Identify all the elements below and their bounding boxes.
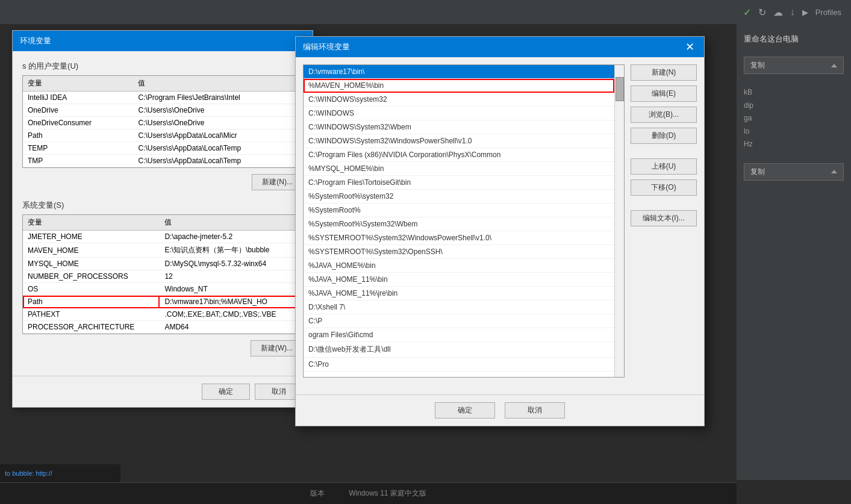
path-list-item[interactable]: C:\P: [304, 314, 614, 328]
edit-cancel-button[interactable]: 取消: [505, 402, 565, 418]
sys-val-cell: .COM;.EXE;.BAT;.CMD;.VBS;.VBE: [160, 308, 302, 321]
sys-val-cell: D:\vmware17\bin;%MAVEN_HO: [160, 296, 302, 308]
edit-dialog-footer: 确定 取消: [296, 394, 704, 426]
path-list-item[interactable]: %SYSTEMROOT%\System32\WindowsPowerShell\…: [304, 231, 614, 245]
path-list-item[interactable]: %SystemRoot%\system32: [304, 190, 614, 204]
edit-ok-button[interactable]: 确定: [435, 402, 495, 418]
user-table-row[interactable]: OneDriveConsumerC:\Users\s\OneDrive: [23, 117, 302, 129]
path-list-item[interactable]: D:\微信web开发者工具\dll: [304, 342, 614, 358]
path-list-item[interactable]: %JAVA_HOME%\bin: [304, 259, 614, 273]
sys-table-row[interactable]: PATHEXT.COM;.EXE;.BAT;.CMD;.VBS;.VBE: [23, 308, 302, 321]
user-table-row[interactable]: TEMPC:\Users\s\AppData\Local\Temp: [23, 142, 302, 155]
path-list-item[interactable]: C:\WINDOWS\System32\WindowsPowerShell\v1…: [304, 134, 614, 148]
edit-dialog-title: 编辑环境变量: [303, 42, 350, 52]
path-list-item[interactable]: C:\Pro: [304, 358, 614, 372]
user-val-cell: C:\Program Files\JetBrains\Intel: [133, 92, 302, 104]
path-list-item[interactable]: D:\Xshell 7\: [304, 300, 614, 314]
path-list-item[interactable]: %SystemRoot%: [304, 204, 614, 217]
copy-section-1: 复制: [744, 57, 844, 74]
profiles-label[interactable]: Profiles: [815, 8, 841, 17]
cloud-icon[interactable]: ☁: [773, 7, 783, 18]
env-dialog-title: 环境变量: [20, 36, 51, 46]
env-variables-dialog: 环境变量 ✕ s 的用户变量(U) 变量 值 IntelliJ IDEAC:\P…: [12, 30, 313, 408]
sys-val-cell: 12: [160, 270, 302, 283]
chevron-up-icon-1: [831, 64, 837, 67]
sys-variables-table-container: 变量 值 JMETER_HOMED:\apache-jmeter-5.2MAVE…: [22, 214, 303, 334]
sys-col-var: 变量: [23, 215, 160, 231]
rename-computer-section: 重命名这台电脑: [744, 34, 844, 45]
path-edit-text-button[interactable]: 编辑文本(I)...: [631, 210, 697, 226]
path-list-item[interactable]: %JAVA_HOME_11%\jre\bin: [304, 287, 614, 300]
sys-table-row[interactable]: JMETER_HOMED:\apache-jmeter-5.2: [23, 231, 302, 243]
copy-button-1[interactable]: 复制: [744, 57, 844, 74]
sys-table-row[interactable]: MYSQL_HOMED:\MySQL\mysql-5.7.32-winx64: [23, 258, 302, 270]
edit-dialog-title-bar: 编辑环境变量 ✕: [296, 37, 704, 57]
path-list-scrollbar[interactable]: [614, 65, 624, 377]
env-dialog-body: s 的用户变量(U) 变量 值 IntelliJ IDEAC:\Program …: [13, 51, 313, 376]
user-col-var: 变量: [23, 76, 133, 92]
edit-dialog-close-button[interactable]: ✕: [683, 42, 697, 52]
user-table-row[interactable]: PathC:\Users\s\AppData\Local\Micr: [23, 129, 302, 142]
checkmark-icon[interactable]: ✓: [743, 7, 751, 18]
scrollbar-thumb[interactable]: [616, 77, 624, 101]
sys-table-row[interactable]: PROCESSOR_ARCHITECTUREAMD64: [23, 321, 302, 334]
terminal-snippet: to bubble: http://: [0, 464, 120, 482]
sys-table-row[interactable]: OSWindows_NT: [23, 283, 302, 296]
path-list-inner: D:\vmware17\bin\%MAVEN_HOME%\binC:\WINDO…: [304, 65, 614, 377]
sys-table-row[interactable]: MAVEN_HOMEE:\知识点资料（第一年）\bubble: [23, 243, 302, 258]
path-list-item[interactable]: ogram Files\Git\cmd: [304, 328, 614, 342]
path-list-item[interactable]: D:\vmware17\bin\: [304, 65, 614, 79]
sys-var-cell: JMETER_HOME: [23, 231, 160, 243]
path-list-item[interactable]: %JAVA_HOME_11%\bin: [304, 273, 614, 287]
terminal-text: to bubble: http://: [5, 470, 52, 477]
sys-val-cell: E:\知识点资料（第一年）\bubble: [160, 243, 302, 258]
path-move-up-button[interactable]: 上移(U): [631, 158, 697, 175]
path-new-button[interactable]: 新建(N): [631, 64, 697, 81]
path-list-item[interactable]: C:\WINDOWS\System32\Wbem: [304, 120, 614, 134]
path-list-item[interactable]: %SystemRoot%\System32\Wbem: [304, 217, 614, 231]
path-browse-button[interactable]: 浏览(B)...: [631, 107, 697, 123]
right-text-items: kB dip ga lo Hz: [744, 86, 844, 151]
user-var-cell: IntelliJ IDEA: [23, 92, 133, 104]
sys-var-cell: PATHEXT: [23, 308, 160, 321]
path-move-down-button[interactable]: 下移(O): [631, 179, 697, 196]
sys-table-row[interactable]: PathD:\vmware17\bin;%MAVEN_HO: [23, 296, 302, 308]
profiles-icon: ▶: [802, 8, 808, 17]
sys-var-cell: PROCESSOR_ARCHITECTURE: [23, 321, 160, 334]
path-list-item[interactable]: %MYSQL_HOME%\bin: [304, 162, 614, 176]
sys-val-cell: AMD64: [160, 321, 302, 334]
user-table-row[interactable]: OneDriveC:\Users\s\OneDrive: [23, 104, 302, 117]
path-delete-button[interactable]: 删除(D): [631, 128, 697, 144]
path-list-item[interactable]: C:\Program Files\TortoiseGit\bin: [304, 176, 614, 190]
user-var-cell: Path: [23, 129, 133, 142]
user-var-cell: OneDrive: [23, 104, 133, 117]
path-edit-button[interactable]: 编辑(E): [631, 86, 697, 102]
copy-section-2: 复制: [744, 163, 844, 181]
path-list-item[interactable]: C:\WINDOWS: [304, 107, 614, 120]
env-ok-button[interactable]: 确定: [202, 384, 250, 400]
user-table-row[interactable]: IntelliJ IDEAC:\Program Files\JetBrains\…: [23, 92, 302, 104]
user-val-cell: C:\Users\s\AppData\Local\Temp: [133, 155, 302, 167]
copy-button-2[interactable]: 复制: [744, 163, 844, 181]
user-variables-table: 变量 值 IntelliJ IDEAC:\Program Files\JetBr…: [23, 76, 302, 167]
sys-table-row[interactable]: NUMBER_OF_PROCESSORS12: [23, 270, 302, 283]
sys-new-btn-row: 新建(W)...: [22, 340, 303, 356]
edit-env-dialog: 编辑环境变量 ✕ D:\vmware17\bin\%MAVEN_HOME%\bi…: [295, 36, 705, 426]
top-bar: ✓ ↻ ☁ ↓ ▶ Profiles: [0, 0, 851, 24]
refresh-icon[interactable]: ↻: [758, 7, 766, 18]
user-var-cell: TEMP: [23, 142, 133, 155]
edit-dialog-body: D:\vmware17\bin\%MAVEN_HOME%\binC:\WINDO…: [296, 57, 704, 394]
download-icon[interactable]: ↓: [790, 7, 795, 17]
user-variables-table-container: 变量 值 IntelliJ IDEAC:\Program Files\JetBr…: [22, 75, 303, 168]
os-label: Windows 11 家庭中文版: [349, 488, 426, 499]
path-list-item[interactable]: C:\Program Files (x86)\NVIDIA Corporatio…: [304, 148, 614, 162]
path-list-item[interactable]: %SYSTEMROOT%\System32\OpenSSH\: [304, 245, 614, 259]
env-dialog-title-bar: 环境变量 ✕: [13, 31, 313, 51]
chevron-up-icon-2: [831, 170, 837, 173]
version-label: 版本: [310, 488, 325, 499]
user-table-row[interactable]: TMPC:\Users\s\AppData\Local\Temp: [23, 155, 302, 167]
path-list-wrapper: D:\vmware17\bin\%MAVEN_HOME%\binC:\WINDO…: [303, 64, 625, 378]
path-list-item[interactable]: %MAVEN_HOME%\bin: [304, 79, 614, 93]
path-list-item[interactable]: C:\WINDOWS\system32: [304, 93, 614, 107]
sys-var-cell: NUMBER_OF_PROCESSORS: [23, 270, 160, 283]
